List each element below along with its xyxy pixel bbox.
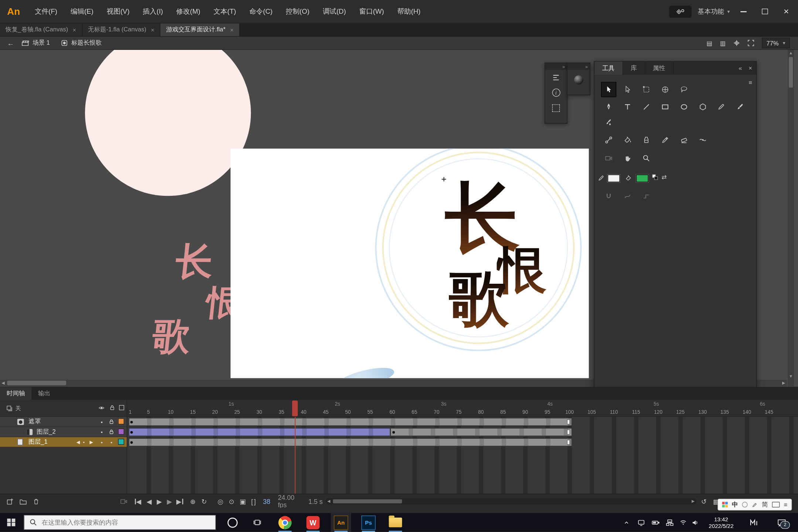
loop-playback-icon[interactable]: ↻	[200, 494, 209, 509]
frame-ruler[interactable]: 1s2s3s4s5s6s 151015202530354045505560657…	[127, 400, 798, 417]
tray-ethernet[interactable]	[664, 513, 676, 532]
add-camera-icon[interactable]	[118, 494, 129, 509]
classic-brush-tool[interactable]	[733, 100, 747, 114]
polystar-tool[interactable]	[696, 100, 710, 114]
menu-item[interactable]: 帮助(H)	[391, 7, 427, 16]
tab-library[interactable]: 库	[623, 62, 645, 75]
line-tool[interactable]	[639, 100, 654, 114]
layer-row-selected[interactable]: 图层_1 ◀ ▪ ▶ • •	[0, 437, 127, 447]
goto-last-frame-icon[interactable]: ▶	[175, 494, 184, 509]
menu-item[interactable]: 修改(M)	[170, 7, 207, 16]
camera-tool[interactable]	[601, 151, 616, 166]
onion-outline-icon[interactable]: ⊙	[227, 494, 236, 509]
new-folder-icon[interactable]	[17, 494, 28, 509]
zoom-tool[interactable]	[639, 151, 654, 166]
outline-all-icon[interactable]	[119, 405, 124, 410]
search-input[interactable]	[24, 518, 215, 526]
pink-calligraphy-char[interactable]: 歌	[150, 311, 193, 362]
align-panel-icon[interactable]	[545, 70, 567, 85]
ime-keyboard-icon[interactable]	[772, 502, 780, 507]
ime-menu-icon[interactable]: ≡	[784, 501, 787, 508]
menu-item[interactable]: 命令(C)	[243, 7, 279, 16]
step-forward-icon[interactable]: ▶	[165, 494, 174, 509]
close-tab-icon[interactable]: ×	[73, 26, 76, 33]
stage[interactable]: 长 恨 歌 +	[231, 149, 589, 378]
straighten-option-icon[interactable]	[639, 189, 654, 204]
center-playhead-icon[interactable]: ⊕	[188, 494, 198, 509]
tab-tools[interactable]: 工具	[594, 62, 623, 75]
ime-logo-icon[interactable]	[722, 502, 728, 507]
width-tool[interactable]	[696, 133, 710, 147]
smooth-option-icon[interactable]	[620, 189, 635, 204]
expand-panel-icon[interactable]: »	[567, 63, 590, 70]
reset-timeline-zoom-icon[interactable]: ↺	[699, 494, 709, 509]
snap-magnet-icon[interactable]	[601, 189, 616, 204]
current-frame-value[interactable]: 38	[260, 494, 273, 509]
paint-bucket-tool[interactable]	[620, 133, 635, 147]
pink-moon-shape[interactable]	[85, 50, 251, 196]
panel-menu-icon[interactable]: ≡	[748, 76, 752, 89]
playhead-marker[interactable]	[292, 400, 298, 416]
delete-layer-icon[interactable]	[31, 494, 42, 509]
taskbar-wps[interactable]: W	[303, 513, 323, 532]
stroke-color-swatch[interactable]	[608, 174, 620, 182]
layer-unlock-dot[interactable]: •	[108, 439, 115, 445]
playhead-line[interactable]	[295, 417, 296, 494]
taskbar-animate[interactable]: An	[331, 513, 351, 532]
taskbar-search[interactable]	[24, 515, 216, 530]
scroll-up-icon[interactable]: ▲	[789, 50, 793, 57]
swap-colors-icon[interactable]: ⇄	[659, 173, 669, 182]
pen-tool[interactable]	[601, 100, 616, 114]
document-tab[interactable]: 恢复_卷轴.fla (Canvas) ×	[0, 23, 82, 36]
color-panel-icon[interactable]	[567, 70, 590, 90]
feather-shape[interactable]	[334, 364, 396, 378]
step-back-icon[interactable]: ◀	[144, 494, 154, 509]
tray-battery[interactable]	[649, 513, 662, 532]
subselection-tool[interactable]	[620, 82, 635, 97]
insert-keyframe-icon[interactable]: ▪	[83, 440, 85, 445]
scene-breadcrumb[interactable]: 场景 1	[33, 39, 50, 47]
maximize-button[interactable]	[757, 5, 773, 18]
layer-color-swatch[interactable]	[118, 429, 125, 435]
frame-span-mask[interactable]	[129, 418, 572, 426]
film-icon[interactable]: ▤	[706, 40, 712, 47]
menu-item[interactable]: 视图(V)	[100, 7, 136, 16]
taskbar-photoshop[interactable]: Ps	[358, 513, 379, 532]
selection-tool[interactable]	[601, 82, 616, 97]
taskbar-explorer[interactable]	[385, 513, 406, 532]
scroll-right-icon[interactable]: ▶	[782, 380, 785, 386]
timeline-scrollbar[interactable]: ◀ ▶	[326, 498, 696, 505]
layer-visibility-dot[interactable]: •	[99, 439, 105, 445]
tray-wifi[interactable]	[677, 513, 689, 532]
tween-span[interactable]	[129, 428, 391, 436]
layer-row-masked[interactable]: 图层_2 •	[0, 427, 127, 437]
lasso-tool[interactable]	[677, 82, 691, 97]
minimize-button[interactable]	[736, 5, 751, 18]
close-tab-icon[interactable]: ×	[230, 26, 234, 33]
onion-skin-icon[interactable]: ◎	[216, 494, 225, 509]
scroll-down-icon[interactable]: ▼	[789, 373, 793, 380]
text-tool[interactable]	[620, 100, 635, 114]
menu-item[interactable]: 编辑(E)	[64, 7, 100, 16]
action-center-button[interactable]: 2	[771, 513, 792, 532]
goto-first-frame-icon[interactable]: ◀	[133, 494, 143, 509]
ime-chinese-mode[interactable]: 中	[732, 500, 738, 509]
pencil-tool[interactable]	[714, 100, 729, 114]
layer-visibility-dot[interactable]: •	[99, 429, 105, 435]
tab-timeline[interactable]: 时间轴	[0, 387, 31, 400]
vertical-scrollbar[interactable]: ▲ ▼	[788, 50, 794, 380]
frame-grid[interactable]	[127, 417, 798, 494]
transform-panel-icon[interactable]	[545, 100, 567, 115]
app-logo[interactable]: An	[7, 6, 20, 17]
rectangle-tool[interactable]	[658, 100, 672, 114]
timeline-scroll-thumb[interactable]	[333, 499, 402, 503]
tab-properties[interactable]: 属性	[645, 62, 673, 75]
ime-pen-icon[interactable]	[752, 502, 758, 508]
layer-name[interactable]: 遮罩	[28, 417, 41, 426]
frame-span[interactable]	[391, 428, 572, 436]
tab-output[interactable]: 输出	[31, 387, 57, 400]
menu-item[interactable]: 插入(I)	[136, 7, 170, 16]
bone-tool[interactable]	[601, 133, 616, 147]
eyedropper-tool[interactable]	[658, 133, 672, 147]
new-layer-icon[interactable]	[4, 494, 15, 509]
